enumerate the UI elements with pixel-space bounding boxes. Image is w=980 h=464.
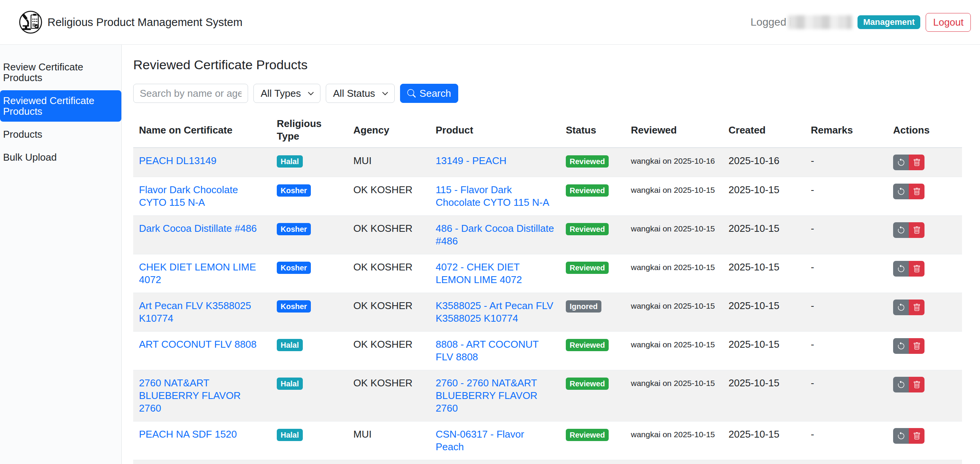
certificate-name-link[interactable]: PEACH DL13149 — [139, 155, 216, 166]
created-cell: 2025-10-15 — [723, 293, 805, 332]
remarks-cell: - — [805, 460, 887, 464]
status-badge: Reviewed — [566, 339, 609, 351]
sidebar-item-bulk-upload[interactable]: Bulk Upload — [0, 147, 121, 168]
name-on-certificate-cell: PEACH NA SDF 1520 — [133, 422, 271, 460]
products-table: Name on CertificateReligious TypeAgencyP… — [133, 113, 962, 464]
type-filter-select[interactable]: All Types — [253, 84, 320, 103]
search-button[interactable]: Search — [400, 84, 458, 103]
religious-type-cell: Kosher — [271, 177, 348, 216]
product-cell: 115 - Flavor Dark Chocolate CYTO 115 N-A — [430, 177, 560, 216]
reviewed-cell: wangkai on 2025-10-15 — [625, 254, 723, 293]
reviewed-cell: wangkai on 2025-10-16 — [625, 148, 723, 177]
undo-review-button[interactable] — [893, 261, 909, 277]
delete-button[interactable] — [909, 300, 924, 315]
remarks-cell: - — [805, 332, 887, 370]
certificate-name-link[interactable]: Dark Cocoa Distillate #486 — [139, 223, 257, 234]
certificate-name-link[interactable]: Art Pecan FLV K3588025 K10774 — [139, 300, 251, 324]
actions-cell — [887, 332, 962, 370]
actions-button-group — [893, 222, 924, 238]
status-filter-value: All Status — [333, 88, 375, 99]
certificate-name-link[interactable]: ART COCONUT FLV 8808 — [139, 339, 256, 350]
logout-button[interactable]: Logout — [926, 13, 971, 32]
undo-review-button[interactable] — [893, 184, 909, 199]
religious-type-cell: Kosher — [271, 254, 348, 293]
religious-type-cell: Halal — [271, 332, 348, 370]
name-on-certificate-cell: Art Pecan FLV K3588025 K10774 — [133, 293, 271, 332]
product-link[interactable]: 486 - Dark Cocoa Distillate #486 — [436, 223, 554, 247]
actions-cell — [887, 293, 962, 332]
undo-review-button[interactable] — [893, 222, 909, 238]
reviewed-cell: wangkai on 2025-10-15 — [625, 370, 723, 422]
filter-bar: All Types All Status Search — [133, 84, 980, 103]
delete-button[interactable] — [909, 184, 924, 199]
name-on-certificate-cell: PEACH DL13149 — [133, 148, 271, 177]
actions-cell — [887, 177, 962, 216]
actions-cell — [887, 254, 962, 293]
reviewed-cell: wangkai on 2025-10-15 — [625, 422, 723, 460]
table-row: PINEAPPLE FLAVOR D.664 NAHalalMUID.664 -… — [133, 460, 962, 464]
certificate-name-link[interactable]: 2760 NAT&ART BLUEBERRY FLAVOR 2760 — [139, 377, 241, 414]
status-badge: Reviewed — [566, 184, 609, 197]
delete-button[interactable] — [909, 338, 924, 354]
certificate-name-link[interactable]: Flavor Dark Chocolate CYTO 115 N-A — [139, 184, 238, 208]
agency-cell: OK KOSHER — [348, 332, 430, 370]
reviewed-cell: wangkai on 2025-10-15 — [625, 293, 723, 332]
status-badge: Ignored — [566, 300, 601, 313]
column-header: Religious Type — [271, 113, 348, 148]
sidebar-item-products[interactable]: Products — [0, 124, 121, 145]
column-header: Status — [560, 113, 625, 148]
agency-cell: MUI — [348, 148, 430, 177]
column-header: Remarks — [805, 113, 887, 148]
undo-review-button[interactable] — [893, 338, 909, 354]
product-link[interactable]: 115 - Flavor Dark Chocolate CYTO 115 N-A — [436, 184, 549, 208]
created-cell: 2025-10-15 — [723, 254, 805, 293]
undo-review-button[interactable] — [893, 300, 909, 315]
undo-icon — [897, 381, 905, 389]
table-row: PEACH DL13149HalalMUI13149 - PEACHReview… — [133, 148, 962, 177]
app-header: Religious Product Management System Logg… — [0, 0, 980, 45]
actions-button-group — [893, 300, 924, 315]
actions-cell — [887, 422, 962, 460]
sidebar-item-review-certificate-products[interactable]: Review Certificate Products — [0, 57, 121, 88]
created-cell: 2025-10-15 — [723, 370, 805, 422]
certificate-name-link[interactable]: CHEK DIET LEMON LIME 4072 — [139, 261, 256, 285]
delete-button[interactable] — [909, 377, 924, 392]
status-filter-select[interactable]: All Status — [326, 84, 395, 103]
search-input[interactable] — [133, 84, 248, 103]
search-icon — [407, 89, 416, 98]
type-filter-value: All Types — [261, 88, 301, 99]
table-row: Flavor Dark Chocolate CYTO 115 N-AKosher… — [133, 177, 962, 216]
religious-type-cell: Kosher — [271, 216, 348, 254]
actions-cell — [887, 216, 962, 254]
product-cell: K3588025 - Art Pecan FLV K3588025 K10774 — [430, 293, 560, 332]
product-cell: 486 - Dark Cocoa Distillate #486 — [430, 216, 560, 254]
created-cell: 2025-10-16 — [723, 148, 805, 177]
undo-review-button[interactable] — [893, 377, 909, 392]
undo-icon — [897, 432, 905, 440]
delete-button[interactable] — [909, 155, 924, 170]
column-header: Product — [430, 113, 560, 148]
search-button-label: Search — [420, 88, 451, 99]
sidebar-item-reviewed-certificate-products[interactable]: Reviewed Certificate Products — [0, 90, 121, 122]
undo-review-button[interactable] — [893, 155, 909, 170]
reviewed-cell: wangkai on 2025-10-15 — [625, 460, 723, 464]
column-header: Actions — [887, 113, 962, 148]
product-link[interactable]: 2760 - 2760 NAT&ART BLUEBERRY FLAVOR 276… — [436, 377, 537, 414]
status-cell: Reviewed — [560, 460, 625, 464]
undo-review-button[interactable] — [893, 428, 909, 444]
delete-button[interactable] — [909, 261, 924, 277]
delete-button[interactable] — [909, 222, 924, 238]
product-link[interactable]: 8808 - ART COCONUT FLV 8808 — [436, 339, 539, 363]
product-cell: 8808 - ART COCONUT FLV 8808 — [430, 332, 560, 370]
product-link[interactable]: 13149 - PEACH — [436, 155, 506, 166]
product-link[interactable]: K3588025 - Art Pecan FLV K3588025 K10774 — [436, 300, 553, 324]
created-cell: 2025-10-15 — [723, 177, 805, 216]
status-cell: Reviewed — [560, 332, 625, 370]
delete-button[interactable] — [909, 428, 924, 444]
remarks-cell: - — [805, 370, 887, 422]
certificate-name-link[interactable]: PEACH NA SDF 1520 — [139, 428, 237, 440]
product-link[interactable]: 4072 - CHEK DIET LEMON LIME 4072 — [436, 261, 522, 285]
product-link[interactable]: CSN-06317 - Flavor Peach — [436, 428, 524, 453]
table-header: Name on CertificateReligious TypeAgencyP… — [133, 113, 962, 148]
column-header: Reviewed — [625, 113, 723, 148]
